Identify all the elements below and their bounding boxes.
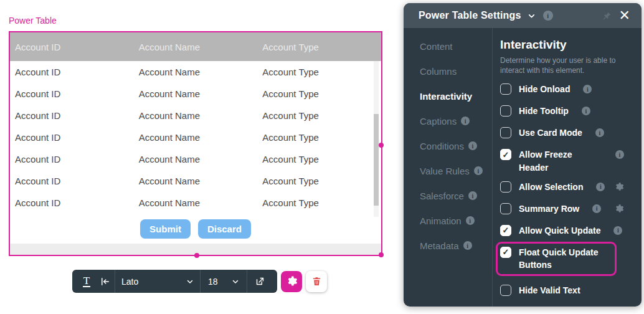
option-core: ✓ Hide Valid Text i — [500, 284, 580, 297]
table-cell: Account ID — [10, 154, 134, 164]
table-row[interactable]: Account ID Account Name Account Type — [10, 61, 381, 83]
panel-header: Power Table Settings i ✕ — [404, 3, 642, 28]
sidebar-tab[interactable]: Conditions i — [404, 133, 492, 158]
table-row[interactable]: Account ID Account Name Account Type — [10, 126, 381, 148]
format-toolbar: T Lato 18 — [72, 270, 327, 293]
table-row[interactable]: Account ID Account Name Account Type — [10, 192, 381, 214]
pin-button[interactable] — [601, 11, 612, 21]
settings-button[interactable] — [281, 271, 302, 292]
resize-handle-right[interactable] — [379, 143, 384, 148]
info-icon[interactable]: i — [461, 117, 470, 125]
gear-icon — [614, 204, 624, 214]
info-icon[interactable]: i — [595, 128, 604, 137]
info-icon[interactable]: i — [596, 183, 605, 191]
sidebar-tab-label: Animation — [420, 216, 462, 226]
table-row[interactable]: Account ID Account Name Account Type — [10, 105, 381, 126]
sidebar-tab-label: Interactivity — [420, 91, 472, 102]
panel-title: Power Table Settings — [419, 10, 521, 21]
sidebar-tab[interactable]: Animation i — [404, 208, 492, 233]
sidebar-tab[interactable]: Value Rules i — [404, 158, 492, 183]
option-row: ✓ Hide Tooltip i — [500, 105, 624, 120]
close-icon[interactable]: ✕ — [617, 9, 633, 22]
option-label: Float Quick Update Buttons — [519, 246, 612, 272]
align-to-left-button[interactable] — [96, 270, 115, 293]
checkbox[interactable]: ✓ — [500, 203, 511, 214]
table-scrollbar[interactable] — [374, 61, 379, 217]
section-heading: Interactivity — [500, 38, 624, 52]
power-table[interactable]: Account IDAccount NameAccount Type Accou… — [9, 31, 382, 256]
sidebar-tab[interactable]: Interactivity i — [404, 83, 492, 108]
table-cell: Account ID — [10, 132, 134, 143]
sidebar-tab[interactable]: Salesforce i — [404, 183, 492, 208]
checkbox[interactable]: ✓ — [500, 181, 511, 193]
gear-icon — [614, 182, 624, 192]
info-icon[interactable]: i — [615, 150, 624, 159]
checkmark-icon: ✓ — [503, 151, 509, 159]
table-header-cell: Account ID — [10, 42, 134, 52]
checkbox[interactable]: ✓ — [500, 105, 511, 117]
font-size-dropdown[interactable]: 18 — [201, 270, 247, 293]
info-icon[interactable]: i — [466, 216, 475, 225]
checkbox[interactable]: ✓ — [500, 285, 511, 296]
option-label: Use Card Mode — [519, 126, 582, 139]
table-cell: Account Type — [257, 176, 381, 186]
info-icon[interactable]: i — [583, 85, 592, 93]
sidebar-tab[interactable]: Captions i — [404, 108, 492, 133]
sidebar-tab-label: Salesforce — [420, 191, 464, 201]
checkbox[interactable]: ✓ — [500, 225, 511, 236]
option-core: ✓ Summary Row i — [500, 202, 601, 215]
font-family-value: Lato — [121, 277, 138, 287]
option-row: ✓ Use Card Mode i — [500, 126, 624, 141]
checkmark-icon: ✓ — [503, 226, 509, 234]
open-external-button[interactable] — [247, 270, 272, 293]
options-list: ✓ Hide Onload i ✓ Hide Tooltip i — [500, 83, 624, 298]
option-label: Allow Quick Update — [519, 224, 600, 237]
table-cell: Account ID — [10, 110, 134, 121]
panel-title-dropdown[interactable] — [528, 12, 536, 20]
info-icon[interactable]: i — [468, 141, 477, 150]
option-settings-button[interactable] — [614, 204, 624, 214]
sidebar-tab[interactable]: Metadata i — [404, 233, 492, 258]
checkbox[interactable]: ✓ — [500, 83, 511, 95]
pin-icon — [601, 11, 612, 21]
sidebar-tab[interactable]: Content i — [404, 34, 492, 59]
text-style-button[interactable]: T — [77, 270, 96, 293]
delete-button[interactable] — [306, 271, 327, 292]
table-cell: Account ID — [10, 88, 134, 99]
section-description: Determine how your user is able to inter… — [500, 55, 624, 75]
table-row[interactable]: Account ID Account Name Account Type — [10, 148, 381, 170]
info-icon[interactable]: i — [592, 204, 601, 213]
checkbox[interactable]: ✓ — [500, 127, 511, 138]
sidebar-tab-label: Content — [420, 41, 453, 52]
table-cell: Account Name — [134, 132, 258, 143]
sidebar-tab-label: Conditions — [420, 141, 464, 151]
scrollbar-thumb[interactable] — [374, 114, 379, 206]
checkbox[interactable]: ✓ — [500, 247, 511, 258]
info-icon[interactable]: i — [468, 191, 477, 200]
resize-handle-bottom-center[interactable] — [194, 253, 199, 258]
table-cell: Account Type — [257, 110, 381, 121]
option-row: ✓ Allow Freeze Header i — [500, 148, 624, 174]
info-icon[interactable]: i — [543, 11, 553, 21]
table-row[interactable]: Account ID Account Name Account Type — [10, 170, 381, 192]
sidebar-tab[interactable]: Columns i — [404, 59, 492, 83]
info-icon[interactable]: i — [582, 107, 590, 115]
trash-icon — [311, 276, 322, 287]
option-core: ✓ Float Quick Update Buttons i — [500, 246, 612, 272]
option-label: Allow Freeze Header — [519, 148, 602, 174]
option-settings-button[interactable] — [614, 182, 624, 192]
font-family-dropdown[interactable]: Lato — [115, 270, 200, 293]
submit-button[interactable]: Submit — [140, 219, 191, 239]
panel-content: Interactivity Determine how your user is… — [493, 28, 642, 307]
option-core: ✓ Hide Onload i — [500, 83, 592, 95]
table-header-cell: Account Type — [257, 42, 381, 52]
info-icon[interactable]: i — [474, 166, 483, 175]
discard-button[interactable]: Discard — [198, 219, 251, 239]
resize-handle-bottom-right[interactable] — [379, 252, 384, 257]
info-icon[interactable]: i — [463, 241, 472, 250]
info-icon[interactable]: i — [613, 226, 622, 235]
checkbox[interactable]: ✓ — [500, 149, 511, 160]
table-row[interactable]: Account ID Account Name Account Type — [10, 83, 381, 105]
table-cell: Account Type — [257, 67, 381, 77]
font-size-value: 18 — [208, 277, 218, 287]
